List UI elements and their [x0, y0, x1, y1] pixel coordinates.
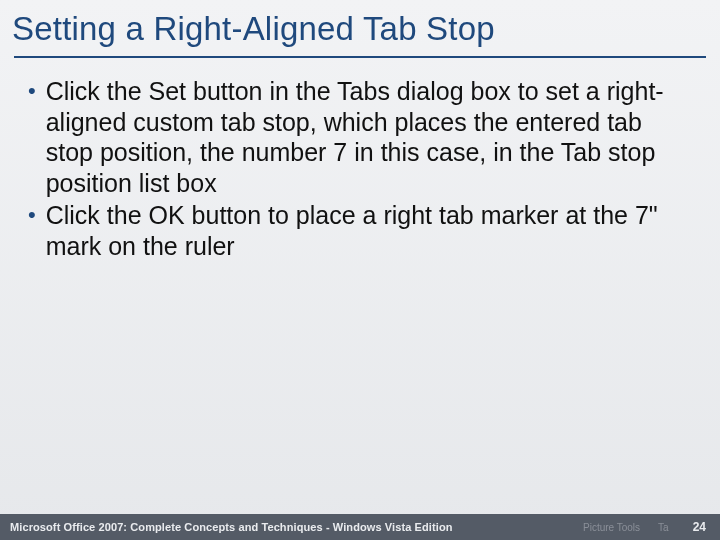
bullet-text: Click the OK button to place a right tab… — [46, 200, 694, 261]
footer-ghost-2: Ta — [658, 522, 669, 533]
body-text: • Click the Set button in the Tabs dialo… — [0, 58, 720, 261]
slide: Setting a Right-Aligned Tab Stop • Click… — [0, 0, 720, 540]
footer-ghost-text: Picture Tools Ta — [583, 522, 669, 533]
bullet-dot-icon: • — [26, 200, 46, 230]
bullet-text: Click the Set button in the Tabs dialog … — [46, 76, 694, 198]
list-item: • Click the Set button in the Tabs dialo… — [26, 76, 694, 198]
footer-ghost-1: Picture Tools — [583, 522, 640, 533]
bullet-dot-icon: • — [26, 76, 46, 106]
page-title: Setting a Right-Aligned Tab Stop — [0, 0, 720, 54]
list-item: • Click the OK button to place a right t… — [26, 200, 694, 261]
footer-source: Microsoft Office 2007: Complete Concepts… — [10, 521, 453, 533]
page-number: 24 — [693, 520, 706, 534]
slide-footer: Microsoft Office 2007: Complete Concepts… — [0, 514, 720, 540]
